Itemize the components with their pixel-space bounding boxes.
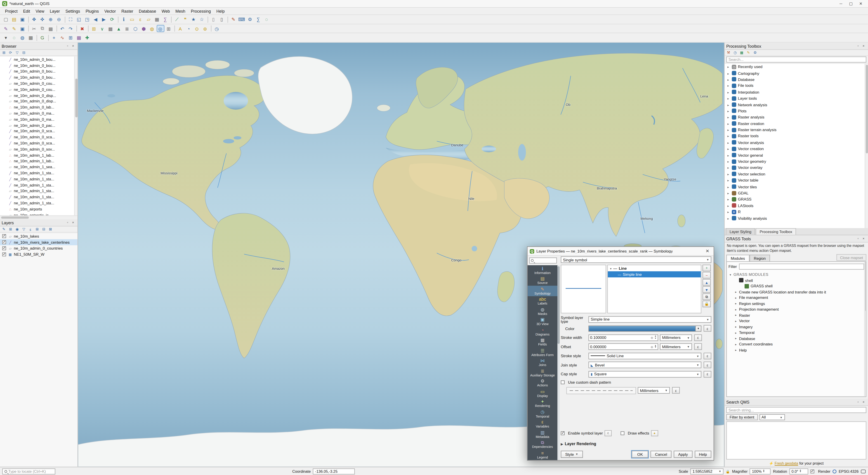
properties-tab-source[interactable]: ▤Source [528,275,557,286]
stroke-style-data-defined-button[interactable]: ε [704,353,711,359]
apply-button[interactable]: Apply [674,450,692,457]
processing-float-icon[interactable]: ▫ [855,43,861,49]
dash-data-defined-button[interactable]: ε [672,387,680,394]
tab-layer-styling[interactable]: Layer Styling [726,228,755,235]
processing-group[interactable]: ▸Raster creation [725,120,868,127]
deselect-features-icon[interactable]: ▱ [145,16,152,23]
locator-search-icon[interactable]: ◌ [263,16,270,23]
close-mapset-button[interactable]: Close mapset [837,254,866,261]
grass-vscrollbar[interactable] [864,262,866,397]
browser-float-icon[interactable]: ▫ [65,43,70,49]
show-bookmarks-icon[interactable]: ☆ [198,16,206,23]
properties-tab-attributes-form[interactable]: ☰Attributes Form [528,347,557,357]
processing-group[interactable]: ▸Vector selection [725,171,868,177]
layer-visibility-checkbox[interactable] [2,234,6,238]
renderer-combo[interactable]: Single symbol▼ [561,256,711,263]
properties-search-input[interactable] [529,258,557,264]
processing-group[interactable]: ▸Vector overlay [725,165,868,171]
grass-filter-input[interactable] [739,264,864,270]
qms-close-icon[interactable]: × [861,399,866,405]
undo-icon[interactable]: ↶ [58,25,66,32]
offset-data-defined-button[interactable]: ε [694,343,702,350]
add-xyz-layer-icon[interactable]: ⊞ [165,25,173,32]
open-attribute-table-icon[interactable]: ▦ [153,16,161,23]
georeferencer-icon[interactable]: ⌖ [50,34,58,41]
processing-group[interactable]: ▸Raster analysis [725,114,868,120]
stroke-width-spinner[interactable]: 0.100000 ⊗ ▲▼ [588,334,658,341]
magnifier-spinner[interactable]: 100%▲▼ [750,468,771,474]
redo-icon[interactable]: ↷ [67,25,74,32]
browser-item[interactable]: ▱ne_10m_admin_0_sov... [0,146,78,152]
layer-item[interactable]: ▱ne_10m_lakes [0,233,78,239]
layer-visibility-checkbox[interactable] [2,246,6,250]
custom-dash-checkbox[interactable] [561,380,565,384]
processing-group[interactable]: ▸Raster tools [725,133,868,139]
browser-item[interactable]: ╱ne_10m_admin_0_bou... [0,57,78,62]
processing-toolbox-toggle-icon[interactable]: ⚙ [246,16,254,23]
minimize-icon[interactable]: ─ [836,0,846,7]
menu-edit[interactable]: Edit [20,7,33,15]
browser-item[interactable]: ╱ne_10m_admin_1_sta... [0,194,78,200]
browser-item[interactable]: ▱ne_10m_admin_0_cou... [0,81,78,86]
processing-group[interactable]: ▸RR [725,209,868,215]
menu-help[interactable]: Help [214,7,227,15]
draw-effects-checkbox[interactable] [620,431,624,435]
qms-globe-icon[interactable]: ◍ [19,34,26,41]
properties-tab-display[interactable]: ▭Display [528,388,557,398]
filter-by-extent-button[interactable]: Filter by extent [726,414,758,420]
add-mesh-layer-icon[interactable]: ▲ [115,25,123,32]
measure-line-icon[interactable]: ⟋ [173,16,181,23]
pin-labels-icon[interactable]: ⊙ [193,25,200,32]
offset-unit-combo[interactable]: Millimeters▼ [660,343,692,350]
browser-filter-icon[interactable]: ▽ [14,50,20,55]
layer-styling-icon[interactable]: ✎ [1,227,6,232]
browser-item[interactable]: ∴ne_10m_admin_1_lab... [0,158,78,164]
zoom-last-icon[interactable]: ◀ [92,16,99,23]
add-raster-layer-icon[interactable]: ▦ [106,25,114,32]
join-style-data-defined-button[interactable]: ε [704,361,711,368]
fresh-geodata-link[interactable]: Fresh geodata [775,461,798,465]
data-source-manager-icon[interactable]: ⊞ [90,25,98,32]
layer-visibility-checkbox[interactable] [2,253,6,256]
effects-customize-icon[interactable]: ✦ [651,430,658,436]
layer-item[interactable]: ╱ne_10m_rivers_lake_centerlines [0,239,78,245]
add-basemap-icon[interactable]: ▦ [27,34,35,41]
layer-item[interactable]: ▱ne_10m_admin_0_countries [0,245,78,251]
toolbox-dropdown-icon[interactable]: ▾ [2,34,10,41]
processing-group[interactable]: ▸Layer tools [725,95,868,101]
point-sampler-icon[interactable]: ✚ [84,34,91,41]
zoom-out-icon[interactable]: ⊖ [55,16,63,23]
browser-item[interactable]: ╱ne_10m_admin_0_bou... [0,68,78,75]
map-tips-icon[interactable]: ❝ [181,16,189,23]
grass-tree-item[interactable]: ▾GRASS MODULES [728,271,864,277]
browser-item[interactable]: ∴ne_10m_admin_0_lab... [0,104,78,110]
properties-tab-variables[interactable]: εVariables [528,419,557,429]
add-spatialite-layer-icon[interactable]: ⬢ [140,25,147,32]
scale-lock-icon[interactable]: 🔒 [726,469,730,473]
processing-group[interactable]: ▸Vector table [725,177,868,184]
layer-visibility-checkbox[interactable] [2,240,6,244]
style-manager-icon[interactable]: ✎ [229,16,237,23]
grass-tree-item[interactable]: ▸Help [728,347,864,353]
close-icon[interactable]: ✕ [856,0,866,7]
select-by-expression-icon[interactable]: ε [136,16,144,23]
properties-tab-metadata[interactable]: ▥Metadata [528,429,557,439]
menu-layer[interactable]: Layer [47,7,63,15]
processing-group[interactable]: ▸File tools [725,83,868,89]
stroke-width-data-defined-button[interactable]: ε [694,334,702,341]
browser-item[interactable]: ▱ne_10m_admin_0_ma... [0,110,78,116]
grass-tree-item[interactable]: ▸Imagery [728,324,864,330]
processing-history-icon[interactable]: ◷ [733,50,738,55]
cancel-button[interactable]: Cancel [651,450,672,457]
browser-item[interactable]: ╱ne_10m_admin_0_sca... [0,128,78,134]
browser-item[interactable]: ▱ne_10m_admin_0_disp... [0,98,78,104]
symbol-layer-type-combo[interactable]: Simple line▼ [588,316,711,322]
browser-close-icon[interactable]: × [70,43,76,49]
toggle-editing-icon[interactable]: ✎ [10,25,18,32]
coordinate-input[interactable]: -136.05,-3.25 [313,468,355,474]
layer-labeling-icon[interactable]: A [176,25,184,32]
remove-symbol-layer-icon[interactable]: − [703,272,711,278]
processing-models-icon[interactable]: ⚒ [726,50,731,55]
browser-item[interactable]: ▱ne_10m_antarctic_ic... [0,212,78,215]
filter-legend-icon[interactable]: ▽ [21,227,26,232]
